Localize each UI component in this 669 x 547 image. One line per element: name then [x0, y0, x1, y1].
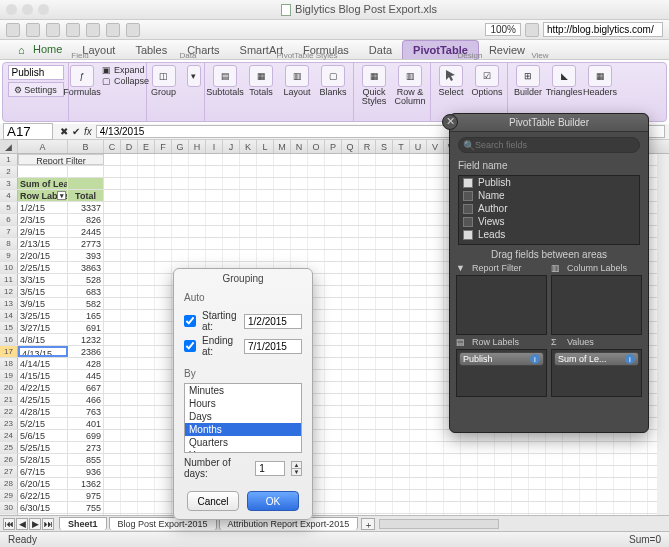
row-header[interactable]: 27 — [0, 466, 18, 477]
value-cell[interactable]: 855 — [68, 454, 104, 465]
value-cell[interactable]: 582 — [68, 298, 104, 309]
value-cell[interactable]: 763 — [68, 406, 104, 417]
formulas-button[interactable]: ƒFormulas — [66, 65, 98, 97]
pivot-settings-button[interactable]: ⚙Settings — [8, 82, 64, 97]
expand-button[interactable]: ▣Expand — [102, 65, 149, 75]
headers-button[interactable]: ▦Headers — [584, 65, 616, 97]
checkbox-icon[interactable] — [463, 204, 473, 214]
minimize-window[interactable] — [22, 4, 33, 15]
value-cell[interactable]: 2773 — [68, 238, 104, 249]
value-cell[interactable]: 667 — [68, 382, 104, 393]
date-cell[interactable]: 4/25/15 — [18, 394, 68, 405]
value-cell[interactable]: 3337 — [68, 202, 104, 213]
date-cell[interactable]: 4/15/15 — [18, 370, 68, 381]
web-icon[interactable] — [525, 23, 539, 37]
row-header[interactable]: 6 — [0, 214, 18, 225]
value-cell[interactable]: 936 — [68, 466, 104, 477]
redo-icon[interactable] — [46, 23, 60, 37]
date-cell[interactable]: 6/7/15 — [18, 466, 68, 477]
date-cell[interactable]: 6/20/15 — [18, 478, 68, 489]
column-header[interactable]: S — [376, 140, 393, 153]
column-header[interactable]: L — [257, 140, 274, 153]
column-header[interactable]: P — [325, 140, 342, 153]
value-cell[interactable]: 428 — [68, 358, 104, 369]
ptb-row-labels-area[interactable]: Publishi — [456, 349, 547, 397]
date-cell[interactable]: 2/13/15 — [18, 238, 68, 249]
row-header[interactable]: 9 — [0, 250, 18, 261]
vertical-scrollbar[interactable] — [657, 154, 669, 515]
collapse-button[interactable]: ▢Collapse — [102, 76, 149, 86]
select-button[interactable]: Select — [435, 65, 467, 97]
cell[interactable] — [68, 178, 104, 189]
totals-button[interactable]: ▦Totals — [245, 65, 277, 97]
paint-format-icon[interactable] — [86, 23, 100, 37]
checkbox-icon[interactable] — [463, 217, 473, 227]
row-header[interactable]: 2 — [0, 166, 18, 177]
fx-icon[interactable]: fx — [84, 126, 92, 137]
quick-styles-button[interactable]: ▦Quick Styles — [358, 65, 390, 106]
column-header[interactable]: U — [410, 140, 427, 153]
column-header[interactable]: V — [427, 140, 444, 153]
grouping-ending-input[interactable] — [244, 339, 302, 354]
date-cell[interactable]: 1/2/15 — [18, 202, 68, 213]
value-cell[interactable]: 826 — [68, 214, 104, 225]
column-header[interactable]: F — [155, 140, 172, 153]
sheet-nav-next[interactable]: ▶ — [29, 518, 41, 530]
name-box[interactable] — [3, 123, 53, 140]
date-cell[interactable]: 6/22/15 — [18, 490, 68, 501]
value-cell[interactable]: 975 — [68, 490, 104, 501]
date-cell[interactable]: 3/3/15 — [18, 274, 68, 285]
info-icon[interactable]: i — [530, 354, 540, 364]
row-header[interactable]: 29 — [0, 490, 18, 501]
date-cell[interactable]: 3/25/15 — [18, 310, 68, 321]
checkbox-icon[interactable]: ✓ — [463, 178, 473, 188]
value-cell[interactable]: 466 — [68, 394, 104, 405]
ptb-search-input[interactable] — [458, 137, 640, 153]
close-window[interactable] — [6, 4, 17, 15]
grouping-numdays-stepper[interactable]: ▲▼ — [291, 461, 302, 476]
sheet-nav-first[interactable]: ⏮ — [3, 518, 15, 530]
builder-button[interactable]: ⊞Builder — [512, 65, 544, 97]
ptb-field-item[interactable]: Author — [459, 202, 639, 215]
row-header[interactable]: 16 — [0, 334, 18, 345]
date-cell[interactable]: 2/20/15 — [18, 250, 68, 261]
ptb-field-item[interactable]: Name — [459, 189, 639, 202]
grouping-unit-option[interactable]: Years — [185, 449, 301, 453]
grouping-ok-button[interactable]: OK — [247, 491, 299, 511]
column-header[interactable]: G — [172, 140, 189, 153]
blanks-button[interactable]: ▢Blanks — [317, 65, 349, 97]
value-cell[interactable]: 528 — [68, 274, 104, 285]
date-cell[interactable]: 3/27/15 — [18, 322, 68, 333]
grouping-numdays-input[interactable] — [255, 461, 285, 476]
column-header[interactable]: I — [206, 140, 223, 153]
date-cell[interactable]: 2/25/15 — [18, 262, 68, 273]
value-cell[interactable]: 273 — [68, 442, 104, 453]
checkbox-icon[interactable]: ✓ — [463, 230, 473, 240]
undo-icon[interactable] — [26, 23, 40, 37]
pivot-field-select[interactable] — [8, 65, 64, 80]
info-icon[interactable]: i — [625, 354, 635, 364]
date-cell[interactable]: 4/14/15 — [18, 358, 68, 369]
date-cell[interactable]: 5/6/15 — [18, 430, 68, 441]
column-header[interactable]: A — [18, 140, 68, 153]
confirm-edit-icon[interactable]: ✔ — [72, 126, 80, 137]
date-cell[interactable]: 5/25/15 — [18, 442, 68, 453]
row-header[interactable]: 7 — [0, 226, 18, 237]
row-header[interactable]: 24 — [0, 430, 18, 441]
grouping-unit-option[interactable]: Minutes — [185, 384, 301, 397]
value-cell[interactable]: 1232 — [68, 334, 104, 345]
select-all-cell[interactable]: ◢ — [0, 140, 18, 153]
url-input[interactable] — [543, 22, 663, 37]
ptb-column-labels-area[interactable] — [551, 275, 642, 335]
pivottable-builder-close[interactable]: ✕ — [442, 114, 458, 130]
row-header[interactable]: 8 — [0, 238, 18, 249]
column-header[interactable]: D — [121, 140, 138, 153]
date-cell[interactable]: 4/8/15 — [18, 334, 68, 345]
group-menu[interactable]: ▾ — [184, 65, 204, 87]
row-header[interactable]: 23 — [0, 418, 18, 429]
value-cell[interactable]: 691 — [68, 322, 104, 333]
column-header[interactable]: E — [138, 140, 155, 153]
row-header[interactable]: 17 — [0, 346, 18, 357]
clear-formatting-icon[interactable] — [106, 23, 120, 37]
value-cell[interactable]: 3863 — [68, 262, 104, 273]
